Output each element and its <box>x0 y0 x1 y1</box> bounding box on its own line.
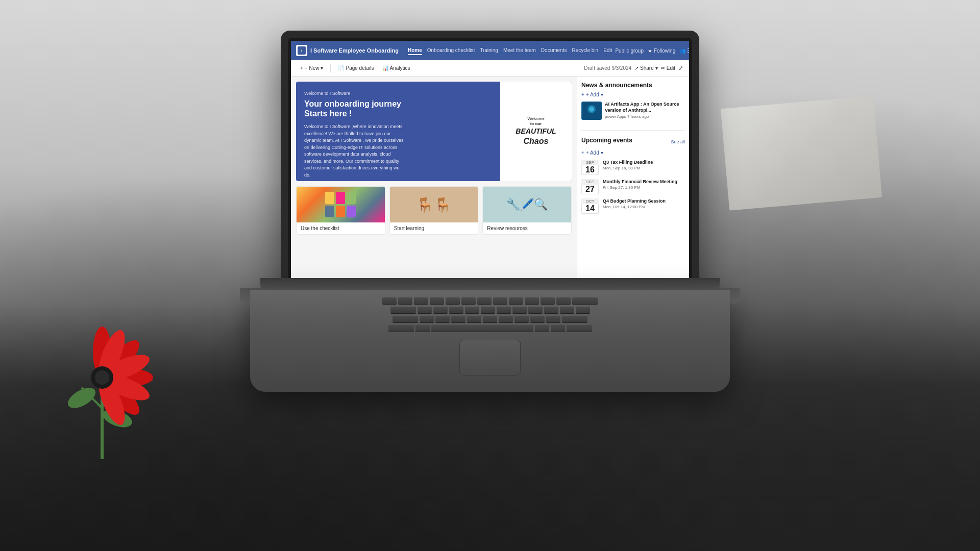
nav-link-recycle[interactable]: Recycle bin <box>572 46 598 55</box>
chair-icon: 🪑🪑 <box>416 196 452 213</box>
add-news-button[interactable]: + + Add ▾ <box>581 92 685 97</box>
learning-card-label: Start learning <box>390 222 478 234</box>
laptop-frame: I I Software Employee Onboarding Home On… <box>281 31 699 304</box>
people-icon: 👥 <box>679 48 685 54</box>
key <box>467 316 481 323</box>
fullscreen-icon[interactable]: ⤢ <box>678 65 683 71</box>
key <box>449 307 463 314</box>
nav-link-home[interactable]: Home <box>408 46 422 55</box>
nav-link-edit[interactable]: Edit <box>603 46 612 55</box>
learning-card-image: 🪑🪑 <box>390 187 478 222</box>
pencil-icon: ✏ <box>661 65 665 71</box>
key <box>562 316 587 323</box>
key <box>556 297 571 305</box>
site-title: I Software Employee Onboarding <box>310 47 399 54</box>
keyboard-rows <box>250 290 730 340</box>
main-content: Welcome to I Software Your onboarding jo… <box>291 77 689 301</box>
key <box>528 307 543 314</box>
sharepoint-app: I I Software Employee Onboarding Home On… <box>291 41 689 301</box>
nav-link-documents[interactable]: Documents <box>541 46 567 55</box>
news-thumbnail-1 <box>581 102 602 120</box>
following-btn[interactable]: ★ Following <box>648 48 675 54</box>
news-content-1: AI Artifacts App : An Open Source Versio… <box>605 102 685 120</box>
top-nav: I I Software Employee Onboarding Home On… <box>291 41 689 60</box>
share-icon: ↗ <box>634 65 639 71</box>
secondary-toolbar: + + New ▾ 📄 Page details 📊 <box>291 60 689 77</box>
event-item-1[interactable]: SEP 16 Q3 Tax Filling Deadline Mon, Sep … <box>581 160 685 175</box>
plus-icon: + <box>300 65 303 71</box>
key <box>509 297 523 305</box>
logo-icon: I <box>298 46 306 55</box>
key <box>572 297 598 305</box>
see-all-link[interactable]: See all <box>671 139 685 144</box>
news-title-1: AI Artifacts App : An Open Source Versio… <box>605 102 685 113</box>
hero-banner: Welcome to I Software Your onboarding jo… <box>296 82 572 181</box>
spacebar-key[interactable] <box>431 325 533 332</box>
analytics-icon: 📊 <box>382 65 388 71</box>
keyboard-area <box>250 290 730 392</box>
key <box>576 307 590 314</box>
nav-link-training[interactable]: Training <box>480 46 498 55</box>
cs-block-4 <box>325 206 334 218</box>
draft-saved-label: Draft saved 9/3/2024 <box>584 65 631 71</box>
checklist-shape <box>325 192 356 217</box>
share-button[interactable]: ↗ Share ▾ <box>634 65 658 71</box>
laptop-base <box>260 278 720 289</box>
resources-img-bg: 🔧🖊️🔍 <box>483 187 571 222</box>
svg-point-16 <box>589 107 594 112</box>
key <box>433 307 448 314</box>
resources-card-image: 🔧🖊️🔍 <box>483 187 571 222</box>
page-details-button[interactable]: 📄 Page details <box>335 64 377 72</box>
hero-text: Welcome to I Software Your onboarding jo… <box>296 82 500 181</box>
edit-button[interactable]: ✏ Edit <box>661 65 675 71</box>
news-meta-1: power Apps 7 hours ago <box>605 114 685 119</box>
welcome-text-art: Welcome to our BEAUTIFUL Chaos <box>516 116 556 147</box>
resources-card[interactable]: 🔧🖊️🔍 Review resources <box>482 186 572 235</box>
key-row-3 <box>260 316 720 323</box>
checklist-img-bg <box>297 187 385 222</box>
news-item-1[interactable]: AI Artifacts App : An Open Source Versio… <box>581 102 685 120</box>
chevron-share-icon: ▾ <box>655 65 658 71</box>
event-date-3: OCT 14 <box>581 198 599 214</box>
key <box>546 316 560 323</box>
right-sidebar: News & announcements + + Add ▾ <box>577 77 689 301</box>
chevron-down-icon: ▾ <box>321 65 323 71</box>
key <box>461 297 476 305</box>
toolbar-separator <box>330 64 331 72</box>
learning-img-bg: 🪑🪑 <box>390 187 478 222</box>
key <box>477 297 492 305</box>
key <box>512 307 527 314</box>
key <box>435 316 450 323</box>
nav-link-onboarding[interactable]: Onboarding checklist <box>427 46 475 55</box>
resources-card-label: Review resources <box>483 222 571 234</box>
cs-block-6 <box>347 206 356 218</box>
event-item-2[interactable]: SEP 27 Monthly Financial Review Meeting … <box>581 179 685 194</box>
nav-link-meetteam[interactable]: Meet the team <box>503 46 536 55</box>
hero-title: Your onboarding journey Starts here ! <box>304 99 492 118</box>
key <box>560 307 574 314</box>
cs-block-2 <box>336 192 345 204</box>
key <box>398 297 412 305</box>
event-date-2: SEP 27 <box>581 179 599 194</box>
event-date-1: SEP 16 <box>581 160 599 175</box>
welcome-art: Welcome to our BEAUTIFUL Chaos <box>510 111 561 152</box>
add-event-button[interactable]: + + Add ▾ <box>581 150 685 156</box>
news-title: News & announcements <box>581 82 685 89</box>
content-area: Welcome to I Software Your onboarding jo… <box>291 77 577 301</box>
trackpad[interactable] <box>459 340 521 375</box>
star-icon: ★ <box>648 48 652 54</box>
checklist-card[interactable]: Use the checklist <box>296 186 385 235</box>
event-details-1: Q3 Tax Filling Deadline Mon, Sep 16, 30 … <box>603 160 653 175</box>
new-button[interactable]: + + New ▾ <box>297 64 326 72</box>
key <box>420 316 434 323</box>
plus-news-icon: + <box>581 92 584 97</box>
learning-card[interactable]: 🪑🪑 Start learning <box>389 186 479 235</box>
key <box>481 307 495 314</box>
nav-links: Home Onboarding checklist Training Meet … <box>408 46 612 55</box>
screen-bezel: I I Software Employee Onboarding Home On… <box>288 38 692 304</box>
key <box>551 325 565 332</box>
event-item-3[interactable]: OCT 14 Q4 Budget Planning Session Mon, O… <box>581 198 685 214</box>
key <box>483 316 497 323</box>
key <box>530 316 545 323</box>
analytics-button[interactable]: 📊 Analytics <box>379 64 413 72</box>
